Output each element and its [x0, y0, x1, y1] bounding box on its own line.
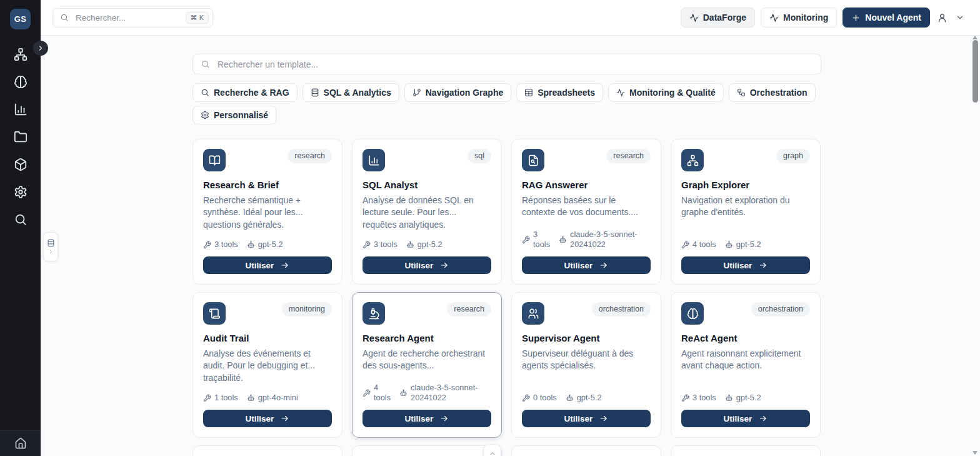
wrench-icon	[362, 241, 371, 249]
global-search-input[interactable]	[74, 13, 180, 23]
search-icon	[201, 88, 209, 97]
sidebar-item-search[interactable]	[13, 212, 28, 227]
arrow-right-icon	[281, 414, 289, 423]
use-label: Utiliser	[246, 261, 274, 270]
model-name: gpt-5.2	[418, 240, 442, 250]
data-panel-toggle[interactable]	[43, 232, 58, 261]
model-name: gpt-4o-mini	[258, 393, 298, 403]
chevron-right-icon	[48, 249, 54, 255]
search-icon	[201, 59, 210, 69]
filter-chip-spreadsheets[interactable]: Spreadsheets	[516, 83, 603, 102]
database-icon	[47, 239, 55, 247]
bot-icon	[399, 389, 408, 397]
use-template-button[interactable]: Utiliser	[681, 256, 810, 274]
scrollbar-thumb[interactable]	[972, 40, 978, 103]
template-card-partial[interactable]	[671, 445, 821, 456]
plus-icon	[851, 13, 861, 23]
use-label: Utiliser	[724, 414, 752, 423]
sidebar-item-settings[interactable]	[13, 185, 28, 200]
template-card-research-agent[interactable]: research Research Agent Agent de recherc…	[352, 292, 502, 438]
vertical-scrollbar[interactable]	[971, 34, 980, 456]
use-template-button[interactable]: Utiliser	[203, 410, 332, 427]
category-badge: orchestration	[751, 302, 810, 317]
use-label: Utiliser	[724, 261, 752, 270]
arrow-right-icon	[440, 261, 449, 270]
card-title: Research Agent	[362, 333, 491, 343]
use-template-button[interactable]: Utiliser	[522, 256, 651, 274]
use-label: Utiliser	[246, 414, 274, 423]
card-meta: 3 tools gpt-5.2	[203, 240, 332, 250]
filter-chip-sql-analytics[interactable]: SQL & Analytics	[302, 83, 399, 102]
table-icon	[524, 88, 533, 97]
template-card-audit-trail[interactable]: monitoring Audit Trail Analyse des événe…	[192, 292, 342, 438]
tools-count: 3 tools	[374, 240, 398, 250]
sidebar-item-network[interactable]	[13, 47, 28, 62]
use-template-button[interactable]: Utiliser	[362, 256, 491, 274]
scrollbar-up-arrow[interactable]	[972, 36, 978, 39]
wrench-icon	[681, 241, 689, 249]
filter-chip-recherche-rag[interactable]: Recherche & RAG	[192, 83, 298, 102]
template-card-research-brief[interactable]: research Research & Brief Recherche séma…	[192, 139, 342, 285]
search-icon	[14, 213, 28, 226]
use-template-button[interactable]: Utiliser	[203, 256, 332, 274]
template-card-sql-analyst[interactable]: sql SQL Analyst Analyse de données SQL e…	[352, 139, 502, 285]
filter-chip-orchestration[interactable]: Orchestration	[729, 83, 816, 102]
card-title: Supervisor Agent	[522, 333, 651, 343]
template-search[interactable]	[192, 54, 821, 74]
bar-chart-icon	[362, 149, 385, 171]
user-icon	[937, 13, 948, 23]
global-search[interactable]: ⌘ K	[52, 8, 213, 28]
template-card-rag-answerer[interactable]: research RAG Answerer Réponses basées su…	[511, 139, 661, 285]
bot-icon	[566, 394, 574, 402]
database-icon	[311, 88, 319, 97]
box-icon	[14, 158, 28, 171]
template-search-input[interactable]	[216, 59, 813, 70]
template-card-graph-explorer[interactable]: graph Graph Explorer Navigation et explo…	[671, 139, 821, 285]
filter-chip-personnalise[interactable]: Personnalisé	[192, 106, 276, 124]
tools-count: 4 tools	[692, 240, 716, 250]
use-template-button[interactable]: Utiliser	[681, 410, 810, 427]
category-badge: sql	[468, 149, 491, 163]
scroll-to-top-button[interactable]	[483, 444, 501, 456]
bar-chart-icon	[14, 103, 28, 116]
category-badge: graph	[776, 149, 810, 163]
bot-icon	[725, 394, 733, 402]
use-template-button[interactable]: Utiliser	[522, 410, 651, 427]
template-card-partial[interactable]	[511, 445, 661, 456]
use-template-button[interactable]: Utiliser	[362, 410, 491, 427]
sidebar-expand-button[interactable]	[33, 41, 48, 56]
filter-chip-navigation-graphe[interactable]: Navigation Graphe	[404, 83, 511, 102]
sidebar-item-brain[interactable]	[13, 74, 28, 89]
chevron-down-icon	[956, 13, 964, 22]
top-header: ⌘ K DataForge Monitoring Nouvel Agent	[41, 0, 980, 36]
sidebar-home[interactable]	[0, 430, 41, 456]
monitoring-label: Monitoring	[783, 13, 828, 23]
filter-chip-monitoring-qualite[interactable]: Monitoring & Qualité	[608, 83, 724, 102]
sidebar-item-analytics[interactable]	[13, 102, 28, 117]
model-name: gpt-5.2	[736, 393, 761, 403]
user-menu-caret[interactable]	[954, 12, 966, 23]
sidebar-item-files[interactable]	[13, 129, 28, 144]
card-description: Analyse des événements et audit. Pour le…	[203, 348, 332, 393]
new-agent-button[interactable]: Nouvel Agent	[842, 8, 930, 28]
card-description: Agent raisonnant explicitement avant cha…	[681, 348, 810, 393]
user-menu-button[interactable]	[936, 11, 949, 24]
dataforge-button[interactable]: DataForge	[681, 8, 755, 28]
sidebar: GS	[0, 0, 41, 456]
template-card-partial[interactable]	[352, 445, 502, 456]
filter-row-1: Recherche & RAG SQL & Analytics Navigati…	[192, 83, 824, 102]
template-card-supervisor-agent[interactable]: orchestration Supervisor Agent Supervise…	[511, 292, 661, 438]
template-card-react-agent[interactable]: orchestration ReAct Agent Agent raisonna…	[671, 292, 821, 438]
template-card-partial[interactable]	[192, 445, 342, 456]
scrollbar-down-arrow[interactable]	[972, 451, 978, 455]
filter-row-2: Personnalisé	[192, 106, 824, 124]
bot-icon	[247, 241, 255, 249]
card-description: Recherche sémantique + synthèse. Idéal p…	[203, 195, 332, 240]
sidebar-item-packages[interactable]	[13, 157, 28, 172]
monitoring-button[interactable]: Monitoring	[761, 8, 837, 28]
arrow-right-icon	[440, 414, 449, 423]
app-logo[interactable]: GS	[10, 9, 31, 29]
tools-count: 0 tools	[533, 393, 557, 403]
gear-icon	[14, 185, 28, 199]
wrench-icon	[681, 394, 689, 402]
